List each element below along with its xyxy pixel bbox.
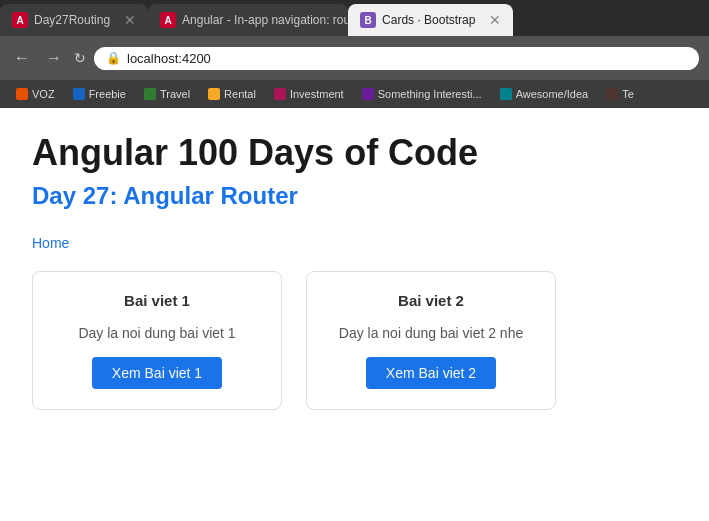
bookmark-icon-voz: [16, 88, 28, 100]
tab-label-3: Cards · Bootstrap: [382, 13, 475, 27]
back-button[interactable]: ←: [10, 49, 34, 67]
bookmark-investment[interactable]: Investment: [266, 86, 352, 102]
bookmark-icon-travel: [144, 88, 156, 100]
bookmarks-bar: VOZ Freebie Travel Rental Investment Som…: [0, 80, 709, 108]
tab-day27routing[interactable]: A Day27Routing ✕: [0, 4, 148, 36]
reload-button[interactable]: ↻: [74, 50, 86, 66]
forward-button[interactable]: →: [42, 49, 66, 67]
bookmark-awesome[interactable]: Awesome/Idea: [492, 86, 597, 102]
card-2-button[interactable]: Xem Bai viet 2: [366, 357, 496, 389]
tab-cards-bootstrap[interactable]: B Cards · Bootstrap ✕: [348, 4, 513, 36]
bookmark-icon-te: [606, 88, 618, 100]
bookmark-rental[interactable]: Rental: [200, 86, 264, 102]
bookmark-icon-something: [362, 88, 374, 100]
bookmark-label-voz: VOZ: [32, 88, 55, 100]
bookmark-icon-awesome: [500, 88, 512, 100]
card-1-content: Day la noi dung bai viet 1: [78, 325, 235, 341]
tab-close-3[interactable]: ✕: [481, 12, 501, 28]
bookmark-label-awesome: Awesome/Idea: [516, 88, 589, 100]
card-1: Bai viet 1 Day la noi dung bai viet 1 Xe…: [32, 271, 282, 410]
card-1-button[interactable]: Xem Bai viet 1: [92, 357, 222, 389]
bookmark-label-investment: Investment: [290, 88, 344, 100]
bookmark-label-freebie: Freebie: [89, 88, 126, 100]
tab-icon-bootstrap: B: [360, 12, 376, 28]
bookmark-voz[interactable]: VOZ: [8, 86, 63, 102]
bookmark-freebie[interactable]: Freebie: [65, 86, 134, 102]
bookmark-label-travel: Travel: [160, 88, 190, 100]
card-2: Bai viet 2 Day la noi dung bai viet 2 nh…: [306, 271, 556, 410]
page-subtitle: Day 27: Angular Router: [32, 182, 677, 210]
bookmark-label-te: Te: [622, 88, 634, 100]
tab-bar: A Day27Routing ✕ A Angular - In-app navi…: [0, 0, 709, 36]
page-title: Angular 100 Days of Code: [32, 132, 677, 174]
browser-chrome: A Day27Routing ✕ A Angular - In-app navi…: [0, 0, 709, 518]
tab-label-2: Angular - In-app navigation: rou...: [182, 13, 348, 27]
bookmark-te[interactable]: Te: [598, 86, 642, 102]
card-2-content: Day la noi dung bai viet 2 nhe: [339, 325, 523, 341]
card-1-title: Bai viet 1: [124, 292, 190, 309]
bookmark-icon-freebie: [73, 88, 85, 100]
url-text: localhost:4200: [127, 51, 211, 66]
home-nav-link[interactable]: Home: [32, 235, 69, 251]
cards-container: Bai viet 1 Day la noi dung bai viet 1 Xe…: [32, 271, 677, 410]
lock-icon: 🔒: [106, 51, 121, 65]
bookmark-label-rental: Rental: [224, 88, 256, 100]
bookmark-label-something: Something Interesti...: [378, 88, 482, 100]
bookmark-icon-investment: [274, 88, 286, 100]
card-2-title: Bai viet 2: [398, 292, 464, 309]
url-bar[interactable]: 🔒 localhost:4200: [94, 47, 699, 70]
bookmark-travel[interactable]: Travel: [136, 86, 198, 102]
bookmark-icon-rental: [208, 88, 220, 100]
tab-icon-angular1: A: [12, 12, 28, 28]
bookmark-something[interactable]: Something Interesti...: [354, 86, 490, 102]
address-bar: ← → ↻ 🔒 localhost:4200: [0, 36, 709, 80]
cursor-area: [32, 410, 677, 440]
page-content: Angular 100 Days of Code Day 27: Angular…: [0, 108, 709, 518]
tab-angular-routing[interactable]: A Angular - In-app navigation: rou... ✕: [148, 4, 348, 36]
tab-icon-angular2: A: [160, 12, 176, 28]
tab-close-1[interactable]: ✕: [116, 12, 136, 28]
tab-label-1: Day27Routing: [34, 13, 110, 27]
